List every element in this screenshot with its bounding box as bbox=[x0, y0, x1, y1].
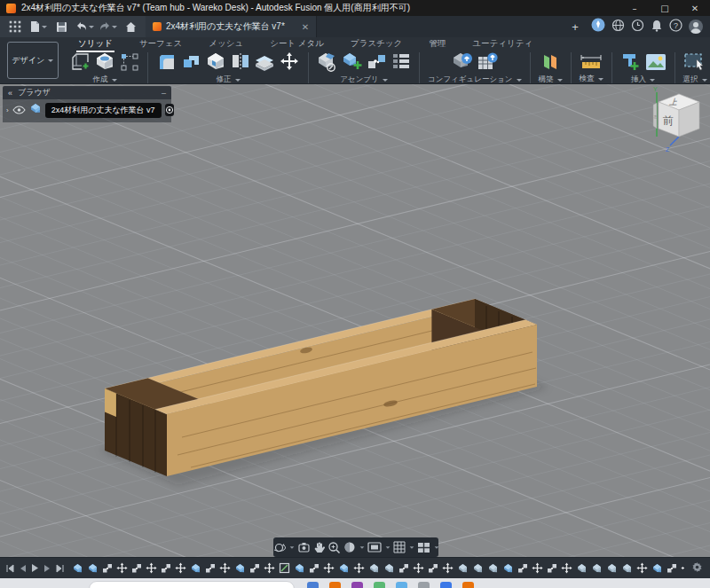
look-at-icon[interactable] bbox=[297, 542, 311, 553]
orbit-icon[interactable] bbox=[272, 541, 286, 554]
timeline-feature-move[interactable] bbox=[323, 562, 335, 574]
timeline-feature-joint[interactable] bbox=[667, 563, 677, 574]
timeline-feature-move[interactable] bbox=[636, 562, 648, 574]
user-avatar[interactable] bbox=[689, 20, 703, 34]
new-tab-button[interactable]: + bbox=[565, 18, 585, 35]
solid-extrude-icon[interactable] bbox=[95, 51, 116, 73]
timeline-go-to-start-button[interactable] bbox=[5, 561, 14, 576]
timeline-feature-copy[interactable] bbox=[487, 562, 499, 574]
undo-button[interactable] bbox=[75, 18, 94, 35]
press-pull-icon[interactable] bbox=[254, 52, 275, 72]
toolbar-group-label[interactable]: 構築 bbox=[539, 74, 563, 85]
timeline-feature-component[interactable] bbox=[294, 562, 305, 574]
redo-button[interactable] bbox=[98, 18, 117, 35]
close-button[interactable]: ✕ bbox=[680, 0, 710, 16]
grid-snap-icon[interactable] bbox=[393, 541, 406, 553]
taskbar-app-icon[interactable] bbox=[329, 582, 341, 588]
save-button[interactable] bbox=[51, 18, 71, 35]
display-settings-icon[interactable] bbox=[343, 541, 356, 553]
toolbar-group-label[interactable]: 選択 bbox=[683, 74, 707, 85]
ribbon-tab-1[interactable]: サーフェス bbox=[138, 37, 184, 51]
extensions-icon[interactable] bbox=[591, 18, 605, 35]
tab-close-icon[interactable]: ✕ bbox=[302, 22, 309, 32]
construct-plane-icon[interactable] bbox=[540, 51, 561, 73]
timeline-feature-move[interactable] bbox=[353, 562, 365, 574]
pan-icon[interactable] bbox=[313, 541, 325, 554]
timeline-feature-joint[interactable] bbox=[131, 563, 142, 574]
timeline-feature-move[interactable] bbox=[146, 562, 157, 574]
timeline-feature-move[interactable] bbox=[561, 562, 572, 574]
workspace-selector[interactable]: デザイン bbox=[7, 42, 59, 79]
ribbon-tab-3[interactable]: シート メタル bbox=[268, 37, 326, 51]
timeline-feature-joint[interactable] bbox=[398, 563, 409, 574]
root-document-name[interactable]: 2x4材利用の丈夫な作業台 v7 bbox=[45, 103, 162, 118]
tree-expand-icon[interactable]: › bbox=[6, 106, 9, 114]
timeline-feature-move[interactable] bbox=[175, 562, 186, 574]
timeline-feature-move[interactable] bbox=[413, 562, 424, 574]
new-component-icon[interactable] bbox=[342, 51, 363, 73]
timeline-feature-component[interactable] bbox=[651, 562, 663, 574]
timeline-go-to-end-button[interactable] bbox=[56, 561, 65, 576]
visibility-eye-icon[interactable] bbox=[12, 102, 26, 118]
model-2x4-frame[interactable] bbox=[105, 299, 537, 476]
move-free-icon[interactable] bbox=[279, 51, 300, 73]
timeline-feature-joint[interactable] bbox=[205, 563, 216, 574]
viewport-canvas[interactable] bbox=[0, 84, 710, 557]
ribbon-tab-2[interactable]: メッシュ bbox=[207, 37, 245, 51]
toolbar-group-label[interactable]: 作成 bbox=[93, 74, 117, 85]
home-button[interactable] bbox=[121, 18, 140, 35]
timeline-feature-move[interactable] bbox=[442, 562, 454, 574]
zoom-icon[interactable] bbox=[327, 541, 341, 554]
primitive-pattern-icon[interactable] bbox=[120, 52, 139, 72]
timeline-play-button[interactable] bbox=[31, 561, 39, 576]
toolbar-group-label[interactable]: アセンブリ bbox=[340, 74, 388, 85]
fit-view-icon[interactable] bbox=[367, 542, 382, 553]
job-status-icon[interactable] bbox=[611, 19, 625, 35]
timeline-feature-component[interactable] bbox=[338, 562, 350, 574]
ribbon-tab-0[interactable]: ソリッド bbox=[76, 37, 114, 51]
timeline-feature-copy[interactable] bbox=[383, 562, 395, 574]
timeline-feature-joint[interactable] bbox=[547, 563, 557, 574]
timeline-feature-copy[interactable] bbox=[621, 562, 633, 574]
timeline-feature-copy[interactable] bbox=[472, 562, 484, 574]
recent-activity-icon[interactable] bbox=[631, 19, 644, 35]
combine-icon[interactable] bbox=[181, 52, 202, 72]
timeline-feature-joint[interactable] bbox=[517, 563, 528, 574]
timeline-step-back-button[interactable] bbox=[19, 561, 27, 576]
browser-minimize-icon[interactable]: – bbox=[162, 89, 166, 98]
timeline-feature-move[interactable] bbox=[264, 562, 275, 574]
app-launcher-icon[interactable] bbox=[5, 18, 25, 35]
timeline-feature-move[interactable] bbox=[219, 562, 231, 574]
toolbar-group-label[interactable]: コンフィギュレーション bbox=[428, 74, 522, 85]
toolbar-group-label[interactable]: 修正 bbox=[217, 74, 241, 85]
viewports-icon[interactable] bbox=[417, 542, 430, 553]
timeline-feature-move[interactable] bbox=[116, 562, 128, 574]
notifications-icon[interactable] bbox=[651, 19, 663, 35]
timeline-settings-gear-icon[interactable] bbox=[691, 561, 703, 576]
activate-component-radio[interactable] bbox=[165, 104, 174, 116]
help-icon[interactable]: ? bbox=[669, 19, 682, 35]
minimize-button[interactable]: – bbox=[619, 0, 650, 16]
timeline-feature-sketch[interactable] bbox=[279, 562, 290, 574]
taskbar-app-icon[interactable] bbox=[462, 582, 474, 588]
split-body-icon[interactable] bbox=[231, 51, 250, 73]
config-cube-icon[interactable] bbox=[452, 51, 473, 73]
timeline-feature-joint[interactable] bbox=[102, 563, 113, 574]
maximize-button[interactable]: □ bbox=[650, 0, 680, 16]
timeline-feature-copy[interactable] bbox=[368, 562, 380, 574]
joint-icon[interactable] bbox=[367, 52, 388, 72]
file-menu-button[interactable] bbox=[28, 18, 48, 35]
timeline-feature-copy[interactable] bbox=[576, 562, 588, 574]
timeline-feature-copy[interactable] bbox=[457, 562, 469, 574]
timeline-feature-joint[interactable] bbox=[309, 563, 320, 574]
taskbar-search-box[interactable] bbox=[89, 581, 295, 588]
insert-derive-icon[interactable] bbox=[317, 51, 338, 73]
taskbar-app-icon[interactable] bbox=[351, 582, 363, 588]
viewcube[interactable]: Y Z 左 上 前 bbox=[646, 85, 710, 154]
taskbar-app-icon[interactable] bbox=[418, 582, 430, 588]
shell-icon[interactable] bbox=[206, 51, 227, 73]
timeline-feature-component[interactable] bbox=[72, 562, 83, 574]
timeline-feature-component[interactable] bbox=[502, 562, 514, 574]
toolbar-group-label[interactable]: 挿入 bbox=[631, 74, 655, 85]
document-tab[interactable]: 2x4材利用の丈夫な作業台 v7* ✕ bbox=[146, 16, 317, 37]
